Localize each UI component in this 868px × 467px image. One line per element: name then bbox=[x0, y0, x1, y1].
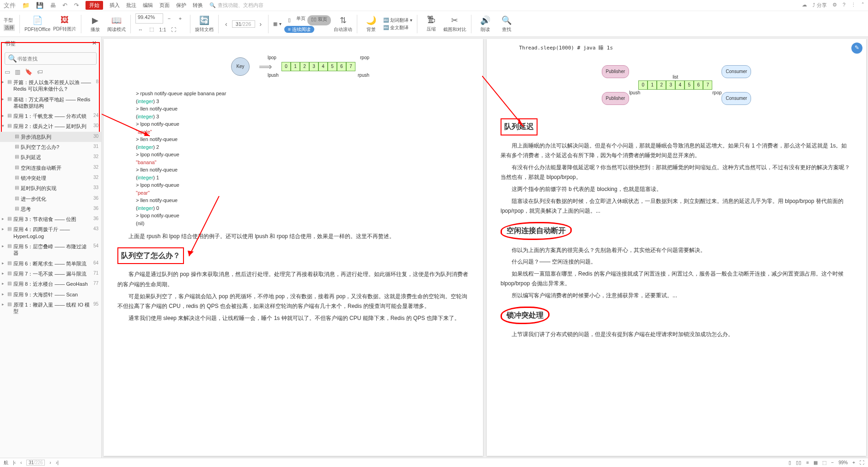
bookmark-subitem[interactable]: ▤异步消息队列30 bbox=[0, 132, 101, 142]
bookmark-subitem[interactable]: ▤队列空了怎么办?31 bbox=[0, 142, 101, 152]
view-single-icon[interactable]: ▯ bbox=[789, 460, 791, 465]
bookmark-subitem[interactable]: ▤进一步优化36 bbox=[0, 194, 101, 204]
chevron-up-icon[interactable]: ˄ bbox=[862, 2, 864, 9]
code-block: > rpush notify-queue apple banana pear(i… bbox=[136, 90, 469, 227]
bookmark-item[interactable]: ▸▤基础：万丈高楼平地起 —— Redis 基础数据结构 bbox=[0, 94, 101, 111]
view-double-icon[interactable]: ▯▯ bbox=[796, 460, 801, 465]
background[interactable]: 🌙背景 bbox=[362, 15, 380, 33]
status-page-input[interactable]: 31/226 bbox=[26, 460, 45, 466]
prev-page-icon[interactable]: ‹ bbox=[20, 460, 22, 465]
more-icon[interactable]: ⋮ bbox=[851, 2, 856, 9]
bookmark-item[interactable]: ▾▤应用 2：缓兵之计 —— 延时队列30 bbox=[0, 121, 101, 131]
bookmark-item[interactable]: ▸▤应用 4：四两拨千斤 —— HyperLogLog43 bbox=[0, 224, 101, 241]
bookmark-subitem[interactable]: ▤空闲连接自动断开32 bbox=[0, 163, 101, 173]
tab-convert[interactable]: 转换 bbox=[193, 2, 203, 9]
bookmark-subitem[interactable]: ▤思考36 bbox=[0, 204, 101, 214]
fit-icon[interactable]: ⬚ bbox=[822, 460, 826, 465]
last-page-icon[interactable]: ›| bbox=[56, 460, 59, 465]
svg-line-0 bbox=[102, 113, 150, 136]
bookmark-item[interactable]: ▸▤应用 5：层峦叠嶂 —— 布隆过滤器54 bbox=[0, 241, 101, 258]
bookmark-manage-icon[interactable]: ▥ bbox=[15, 68, 20, 75]
tab-start[interactable]: 开始 bbox=[86, 1, 103, 10]
hand-tool[interactable]: 手型 bbox=[4, 17, 15, 24]
zoom-status[interactable]: 99% bbox=[838, 460, 848, 465]
single-page[interactable]: ▯ bbox=[284, 15, 294, 25]
find-button[interactable]: 🔍查找 bbox=[497, 15, 516, 33]
pdf-to-image[interactable]: 🖼PDF转图片 bbox=[53, 15, 76, 32]
compress[interactable]: 🗜压缩 bbox=[422, 15, 440, 32]
file-menu[interactable]: 文件 bbox=[4, 1, 16, 10]
svg-marker-3 bbox=[188, 251, 194, 256]
next-page-icon[interactable]: › bbox=[258, 20, 264, 28]
annotation-button[interactable]: ✎ bbox=[851, 43, 862, 54]
fit-page-icon[interactable]: ⬚ bbox=[147, 25, 157, 35]
bookmark-item[interactable]: ▸▤应用 1：千帆竞发 —— 分布式锁24 bbox=[0, 111, 101, 121]
bookmark-search[interactable]: 🔍 bbox=[5, 52, 97, 65]
translate-full[interactable]: 🔤 全文翻译 bbox=[383, 25, 412, 31]
view-thumbnail-icon[interactable]: ▦ bbox=[813, 460, 818, 465]
actual-size-icon[interactable]: 1:1 bbox=[158, 25, 168, 35]
zoom-in-icon[interactable]: + bbox=[175, 13, 185, 24]
fullscreen-icon[interactable]: ⛶ bbox=[169, 25, 179, 35]
bookmark-item[interactable]: ▸▤应用 7：一毛不拔 —— 漏斗限流71 bbox=[0, 269, 101, 279]
pdf-to-office[interactable]: 📄PDF转Office bbox=[24, 15, 50, 33]
auto-scroll[interactable]: ⇅自动滚动 bbox=[334, 15, 352, 33]
tab-annotate[interactable]: 批注 bbox=[126, 2, 136, 9]
read-aloud[interactable]: 🔊朗读 bbox=[476, 15, 495, 33]
next-page-icon[interactable]: › bbox=[49, 460, 51, 465]
zoom-out-icon[interactable]: − bbox=[164, 13, 174, 24]
tab-edit[interactable]: 编辑 bbox=[143, 2, 153, 9]
double-page[interactable]: ▯▯ 双页 bbox=[307, 15, 331, 25]
prev-page-icon[interactable]: ‹ bbox=[223, 20, 229, 28]
bookmark-item[interactable]: ▸▤应用 8：近水楼台 —— GeoHash77 bbox=[0, 279, 101, 289]
screenshot-compare[interactable]: ✂截图和对比 bbox=[443, 15, 466, 33]
rotate-doc[interactable]: 🔄旋转文档 bbox=[195, 15, 214, 33]
paragraph: 这两个指令的前缀字符 b 代表的是 blocking，也就是阻塞读。 bbox=[501, 184, 852, 195]
bookmark-subitem[interactable]: ▤锁冲突处理32 bbox=[0, 173, 101, 183]
help-icon[interactable]: ? bbox=[843, 2, 845, 9]
bookmark-item[interactable]: ▸▤开篇：授人以鱼不若授人以渔 —— Redis 可以用来做什么？8 bbox=[0, 77, 101, 94]
zoom-out-status-icon[interactable]: − bbox=[831, 460, 834, 465]
tab-insert[interactable]: 插入 bbox=[110, 2, 120, 9]
open-icon[interactable]: 📁 bbox=[22, 2, 30, 9]
close-panel-icon[interactable]: ✕ bbox=[92, 40, 97, 48]
bookmark-item[interactable]: ▸▤原理 1：鞭辟入里 —— 线程 IO 模型95 bbox=[0, 300, 101, 317]
fullscreen-status-icon[interactable]: ⛶ bbox=[860, 460, 864, 465]
page-layout-icon[interactable]: ▦ bbox=[273, 21, 277, 26]
bookmark-flag-icon[interactable]: 🔖 bbox=[25, 68, 32, 75]
settings-icon[interactable]: ⚙ bbox=[832, 2, 837, 9]
bookmark-subitem[interactable]: ▤队列延迟32 bbox=[0, 152, 101, 162]
translate-selection[interactable]: 🔤 划词翻译 ▾ bbox=[383, 17, 412, 24]
page-number-input[interactable]: 31/226 bbox=[232, 20, 255, 28]
bookmark-subitem[interactable]: ▤延时队列的实现33 bbox=[0, 183, 101, 193]
zoom-level[interactable]: 99.42% bbox=[135, 13, 163, 24]
bookmark-add-icon[interactable]: ▭ bbox=[5, 68, 10, 75]
paragraph: 如果线程一直阻塞在哪里，Redis 的客户端连接就成了闲置连接，闲置过久，服务器… bbox=[501, 269, 852, 289]
zoom-in-status-icon[interactable]: + bbox=[852, 460, 855, 465]
bookmark-marker-icon[interactable]: 🏷 bbox=[37, 68, 43, 75]
view-continuous-icon[interactable]: ≡ bbox=[806, 460, 809, 465]
cloud-icon[interactable]: ☁ bbox=[802, 2, 807, 9]
bookmark-panel: 书签✕ 🔍 ▭ ▥ 🔖 🏷 ▸▤开篇：授人以鱼不若授人以渔 —— Redis 可… bbox=[0, 37, 102, 458]
undo-icon[interactable]: ↶ bbox=[62, 2, 67, 9]
nav-label: 航 bbox=[4, 460, 8, 466]
fit-width-icon[interactable]: ↔ bbox=[135, 25, 146, 35]
bookmark-item[interactable]: ▸▤应用 9：大海捞针 —— Scan bbox=[0, 289, 101, 300]
print-icon[interactable]: 🖶 bbox=[50, 2, 56, 9]
first-page-icon[interactable]: |‹ bbox=[13, 460, 16, 465]
bookmark-item[interactable]: ▸▤应用 6：断尾求生 —— 简单限流64 bbox=[0, 258, 101, 269]
share-button[interactable]: ⤴ 分享 bbox=[813, 2, 827, 9]
read-mode[interactable]: 📖阅读模式 bbox=[107, 15, 126, 33]
save-icon[interactable]: 💾 bbox=[36, 2, 43, 9]
bookmark-search-input[interactable] bbox=[17, 56, 93, 61]
redo-icon[interactable]: ↷ bbox=[74, 2, 79, 9]
play-button[interactable]: ▶播放 bbox=[86, 15, 104, 33]
bookmark-item[interactable]: ▸▤应用 3：节衣缩食 —— 位图36 bbox=[0, 214, 101, 224]
global-search[interactable]: 🔍 查找功能、文档内容 bbox=[209, 2, 263, 9]
select-tool[interactable]: 选择 bbox=[4, 25, 15, 31]
tab-protect[interactable]: 保护 bbox=[176, 2, 186, 9]
heading-idle-disconnect: 空闲连接自动断开 bbox=[501, 222, 852, 240]
tab-page[interactable]: 页面 bbox=[159, 2, 170, 9]
document-viewport[interactable]: Key ⟹ lpop lpush 01234567 rpop rpush > r… bbox=[102, 37, 868, 458]
continuous-read[interactable]: ≡ 连续阅读 bbox=[284, 26, 314, 33]
